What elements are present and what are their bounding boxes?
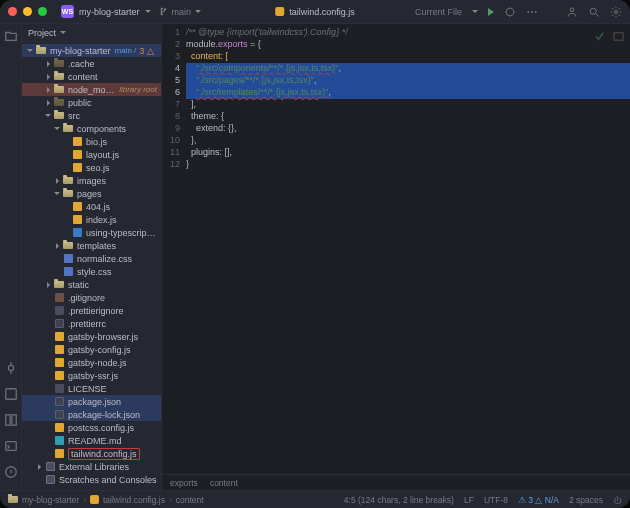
js-file-icon — [90, 495, 99, 504]
tree-node[interactable]: layout.js — [22, 148, 161, 161]
tree-node[interactable]: templates — [22, 239, 161, 252]
lock-icon[interactable]: ⏻ — [613, 495, 622, 505]
tree-node[interactable]: Scratches and Consoles — [22, 473, 161, 486]
tree-node[interactable]: gatsby-ssr.js — [22, 369, 161, 382]
project-panel: Project my-blog-startermain /3 △.cacheco… — [22, 24, 162, 490]
chevron-down-icon — [472, 10, 478, 13]
tree-node[interactable]: content — [22, 70, 161, 83]
js-file-icon — [275, 7, 284, 16]
editor-body[interactable]: 1/** @type {import('tailwindcss').Config… — [162, 24, 630, 474]
tree-root[interactable]: my-blog-startermain /3 △ — [22, 44, 161, 57]
svg-point-2 — [531, 11, 533, 13]
project-tool-icon[interactable] — [4, 29, 18, 43]
svg-point-3 — [535, 11, 537, 13]
terminal-tool-icon[interactable] — [4, 439, 18, 453]
problems-tool-icon[interactable] — [4, 465, 18, 479]
crumb[interactable]: tailwind.config.js — [103, 495, 165, 505]
commit-tool-icon[interactable] — [4, 361, 18, 375]
close-button[interactable] — [8, 7, 17, 16]
check-icon — [594, 28, 605, 39]
editor-crumb[interactable]: content — [210, 478, 238, 488]
tree-node[interactable]: tailwind.config.js — [22, 447, 161, 460]
indent-widget[interactable]: 2 spaces — [569, 495, 603, 505]
code-line[interactable]: 7 ], — [162, 99, 630, 111]
tree-node[interactable]: using-typescript.tsx — [22, 226, 161, 239]
tree-node[interactable]: .cache — [22, 57, 161, 70]
tree-node[interactable]: .gitignore — [22, 291, 161, 304]
tree-node[interactable]: gatsby-config.js — [22, 343, 161, 356]
editor-breadcrumb-tabs: exports content — [162, 474, 630, 490]
tree-node[interactable]: pages — [22, 187, 161, 200]
project-name: my-blog-starter — [79, 7, 140, 17]
reader-mode-icon — [613, 28, 624, 39]
tree-node[interactable]: External Libraries — [22, 460, 161, 473]
code-line[interactable]: 9 extend: {}, — [162, 123, 630, 135]
project-panel-header[interactable]: Project — [22, 24, 161, 42]
code-line[interactable]: 4 "./src/components/**/*.{js,jsx,ts,tsx}… — [162, 63, 630, 75]
minimize-button[interactable] — [23, 7, 32, 16]
crumb[interactable]: my-blog-starter — [22, 495, 79, 505]
code-line[interactable]: 12} — [162, 159, 630, 171]
tree-node[interactable]: seo.js — [22, 161, 161, 174]
tree-node[interactable]: .prettierrc — [22, 317, 161, 330]
code-line[interactable]: 10 }, — [162, 135, 630, 147]
chevron-right-icon: › — [83, 495, 86, 505]
code-with-me-icon[interactable] — [566, 6, 578, 18]
project-icon: WS — [61, 5, 74, 18]
left-tool-rail — [0, 24, 22, 490]
settings-icon[interactable] — [610, 6, 622, 18]
chevron-right-icon: › — [169, 495, 172, 505]
svg-rect-8 — [5, 389, 16, 400]
code-line[interactable]: 1/** @type {import('tailwindcss').Config… — [162, 27, 630, 39]
code-line[interactable]: 11 plugins: [], — [162, 147, 630, 159]
run-button[interactable] — [488, 8, 494, 16]
vcs-branch-widget[interactable]: main — [159, 7, 202, 17]
tree-node[interactable]: src — [22, 109, 161, 122]
search-everywhere-icon[interactable] — [588, 6, 600, 18]
tree-node[interactable]: .prettierignore — [22, 304, 161, 317]
debug-button[interactable] — [504, 6, 516, 18]
file-encoding[interactable]: UTF-8 — [484, 495, 508, 505]
bookmarks-tool-icon[interactable] — [4, 413, 18, 427]
chevron-down-icon — [145, 10, 151, 13]
navigation-bar[interactable]: my-blog-starter › tailwind.config.js › c… — [8, 495, 204, 505]
code-line[interactable]: 3 content: [ — [162, 51, 630, 63]
tree-node[interactable]: static — [22, 278, 161, 291]
editor-crumb[interactable]: exports — [170, 478, 198, 488]
code-line[interactable]: 2module.exports = { — [162, 39, 630, 51]
caret-position[interactable]: 4:5 (124 chars, 2 line breaks) — [344, 495, 454, 505]
tree-node[interactable]: package-lock.json — [22, 408, 161, 421]
editor-inspection-widget[interactable] — [594, 28, 624, 39]
project-selector[interactable]: WS my-blog-starter — [61, 5, 151, 18]
run-config-selector[interactable]: Current File — [415, 7, 462, 17]
tree-node[interactable]: normalize.css — [22, 252, 161, 265]
tree-node[interactable]: images — [22, 174, 161, 187]
tree-node[interactable]: public — [22, 96, 161, 109]
editor-tab[interactable]: tailwind.config.js — [275, 7, 355, 17]
tree-node[interactable]: README.md — [22, 434, 161, 447]
inspections-widget[interactable]: ⚠ 3 △ N/A — [518, 495, 559, 505]
code-line[interactable]: 5 "./src/pages/**/*.{js,jsx,ts,tsx}", — [162, 75, 630, 87]
tree-node[interactable]: LICENSE — [22, 382, 161, 395]
maximize-button[interactable] — [38, 7, 47, 16]
more-button[interactable] — [526, 6, 538, 18]
editor: 1/** @type {import('tailwindcss').Config… — [162, 24, 630, 490]
branch-name: main — [172, 7, 192, 17]
tree-node[interactable]: postcss.config.js — [22, 421, 161, 434]
project-tree[interactable]: my-blog-startermain /3 △.cachecontentnod… — [22, 42, 161, 490]
structure-tool-icon[interactable] — [4, 387, 18, 401]
tree-node[interactable]: gatsby-node.js — [22, 356, 161, 369]
code-line[interactable]: 8 theme: { — [162, 111, 630, 123]
code-line[interactable]: 6 "./src/templates/**/*.{js,jsx,ts,tsx}"… — [162, 87, 630, 99]
tree-node[interactable]: 404.js — [22, 200, 161, 213]
tree-node[interactable]: index.js — [22, 213, 161, 226]
crumb[interactable]: content — [176, 495, 204, 505]
tree-node[interactable]: components — [22, 122, 161, 135]
line-separator[interactable]: LF — [464, 495, 474, 505]
ide-window: WS my-blog-starter main tailwind.config.… — [0, 0, 630, 508]
tree-node[interactable]: gatsby-browser.js — [22, 330, 161, 343]
tree-node[interactable]: node_moduleslibrary root — [22, 83, 161, 96]
tree-node[interactable]: bio.js — [22, 135, 161, 148]
tree-node[interactable]: package.json — [22, 395, 161, 408]
tree-node[interactable]: style.css — [22, 265, 161, 278]
